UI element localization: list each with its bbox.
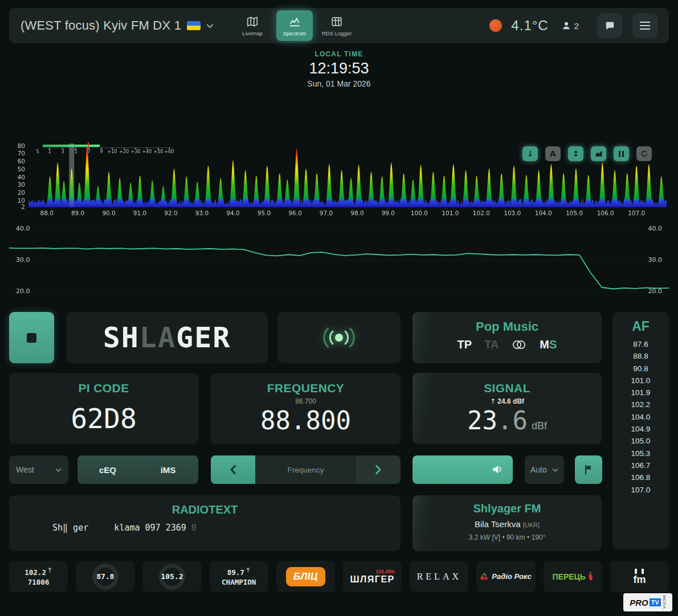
signal-peak-value: 24.6 dBf <box>497 397 524 405</box>
af-frequency[interactable]: 106.8 <box>612 471 669 483</box>
chevron-down-icon <box>552 468 558 472</box>
spectrum-pause-button[interactable] <box>614 146 629 161</box>
antenna-select[interactable]: West <box>9 455 68 484</box>
logo-name: fm <box>633 574 646 585</box>
local-time-value: 12:19:53 <box>0 60 678 77</box>
spectrum-graph-mode-button[interactable] <box>591 146 606 161</box>
af-frequency[interactable]: 90.8 <box>612 363 669 375</box>
af-frequency[interactable]: 102.2 <box>612 399 669 410</box>
af-frequency[interactable]: 104.9 <box>612 423 669 435</box>
chevron-right-icon <box>375 465 382 475</box>
chevron-left-icon <box>230 465 236 475</box>
frequency-up-button[interactable] <box>356 455 401 484</box>
logo-frequency: 105.2 <box>161 572 183 581</box>
station-logo-1022[interactable]: 102.2 71006 <box>9 561 68 592</box>
logo-frequency: 102.2 <box>24 568 46 577</box>
radiotext-card: RADIOTEXT Sh‖ ger klama 097 2369 0 <box>9 495 401 551</box>
ceq-button[interactable]: cEQ <box>77 455 138 484</box>
af-frequency[interactable]: 106.7 <box>612 459 669 471</box>
af-frequency[interactable]: 88.8 <box>612 350 669 362</box>
tuner-selector[interactable]: (WEST focus) Kyiv FM DX 1 <box>21 18 214 33</box>
pi-code-title: PI CODE <box>9 381 198 395</box>
station-logo-relax[interactable]: RELAX <box>410 561 468 592</box>
antenna-value: West <box>16 465 34 474</box>
frequency-stepper <box>211 455 401 484</box>
temperature-value: 4.1°C <box>511 18 548 34</box>
refresh-icon <box>640 150 648 158</box>
audio-stop-button[interactable] <box>9 312 54 363</box>
station-logo-878[interactable]: 87.8 <box>76 561 134 592</box>
spectrum-vertical-scale-button[interactable]: ↕ <box>568 146 583 161</box>
nav-livemap[interactable]: Livemap <box>234 10 271 41</box>
station-logo-1052[interactable]: 105.2 <box>142 561 201 592</box>
signal-value: 23.6dBf <box>412 406 602 435</box>
speaker-icon <box>492 464 504 475</box>
signal-title: SIGNAL <box>412 381 602 395</box>
af-frequency[interactable]: 101.0 <box>612 375 669 387</box>
af-frequency[interactable]: 105.3 <box>612 447 669 459</box>
radiotext-text: Sh‖ ger klama 097 2369 <box>52 523 186 533</box>
frequency-card: FREQUENCY 88.700 88.800 <box>211 373 401 444</box>
af-list-card: AF 87.688.890.8101.0101.9102.2104.0104.9… <box>612 312 669 549</box>
af-frequency[interactable]: 104.0 <box>612 411 669 423</box>
audio-indicator-card <box>277 312 401 363</box>
af-frequency[interactable]: 107.0 <box>612 484 669 496</box>
logo-name: RELAX <box>417 572 461 582</box>
protv-tv-text: TV <box>650 598 661 606</box>
table-icon <box>330 15 343 28</box>
signal-graph-panel <box>9 221 669 299</box>
autoscale-icon: A <box>550 149 556 158</box>
logo-frequency: 101.9fm <box>350 569 395 574</box>
mode-select[interactable]: Auto <box>525 455 564 484</box>
station-logo-fm[interactable]: fm <box>610 561 669 592</box>
station-logo-blits[interactable]: БЛІЦ <box>276 561 335 592</box>
station-logo-champion[interactable]: 89.7 CHAMPION <box>210 561 268 592</box>
logo-name: Радіо Рокс <box>492 572 531 581</box>
audio-signal-icon <box>315 325 363 350</box>
af-frequency[interactable]: 87.6 <box>612 338 669 350</box>
signal-card: SIGNAL ↑ 24.6 dBf 23.6dBf <box>412 373 602 444</box>
volume-slider[interactable] <box>412 455 513 484</box>
pi-code-card: PI CODE 62D8 <box>9 373 198 444</box>
arrow-updown-icon: ↕ <box>573 149 579 158</box>
chat-button[interactable] <box>597 13 622 38</box>
station-logo-strip: 102.2 71006 87.8 105.2 89.7 CHAMPION БЛІ… <box>9 561 669 592</box>
station-logo-perets[interactable]: ПЕРЕЦЬ <box>544 561 602 592</box>
chat-icon <box>605 20 615 31</box>
station-info-card: Pop Music TP TA MS <box>412 312 602 363</box>
nav-spectrum[interactable]: Spectrum <box>276 10 313 41</box>
spectrum-refresh-button[interactable] <box>636 146 652 161</box>
af-frequency[interactable]: 101.9 <box>612 387 669 399</box>
spectrum-autoscale-button[interactable]: A <box>545 146 561 161</box>
frequency-down-button[interactable] <box>211 455 255 484</box>
spectrum-hold-button[interactable]: ↓ <box>522 146 538 161</box>
station-logo-radio-roks[interactable]: Радіо Рокс <box>476 561 535 592</box>
local-time-date: Sun, 01 Mar 2026 <box>0 79 678 88</box>
af-frequency[interactable]: 105.0 <box>612 435 669 447</box>
ps-segment: GER <box>176 321 231 354</box>
radiotext-dim: 0 <box>186 523 197 533</box>
listener-count-value: 2 <box>574 21 579 31</box>
report-flag-button[interactable] <box>575 455 602 484</box>
logo-frequency: 89.7 <box>227 568 244 577</box>
tp-flag: TP <box>458 338 472 351</box>
frequency-input[interactable] <box>255 455 356 484</box>
af-list: 87.688.890.8101.0101.9102.2104.0104.9105… <box>612 338 669 496</box>
flag-icon <box>584 465 593 475</box>
station-logo-shlyager[interactable]: 101.9fm ШЛЯГЕР <box>343 561 402 592</box>
transmitter-country: [UKR] <box>523 521 540 528</box>
nav-rds-logger[interactable]: RDS Logger <box>318 10 355 41</box>
stop-icon <box>27 333 36 343</box>
local-time-block: LOCAL TIME 12:19:53 Sun, 01 Mar 2026 <box>0 50 678 88</box>
menu-button[interactable] <box>632 13 657 38</box>
transmitter-info-card: Shlyager FM Bila Tserkva [UKR] 3.2 kW [V… <box>412 495 602 551</box>
fm-bars-icon <box>635 569 644 574</box>
listener-count: 2 <box>561 20 579 31</box>
genre-label: Pop Music <box>412 319 602 334</box>
transmitter-name: Shlyager FM <box>412 502 602 515</box>
signal-peak: ↑ 24.6 dBf <box>412 397 602 405</box>
logo-pi: 71006 <box>24 578 52 588</box>
area-chart-icon <box>595 150 603 158</box>
frequency-title: FREQUENCY <box>211 381 401 395</box>
ims-button[interactable]: iMS <box>138 455 198 484</box>
